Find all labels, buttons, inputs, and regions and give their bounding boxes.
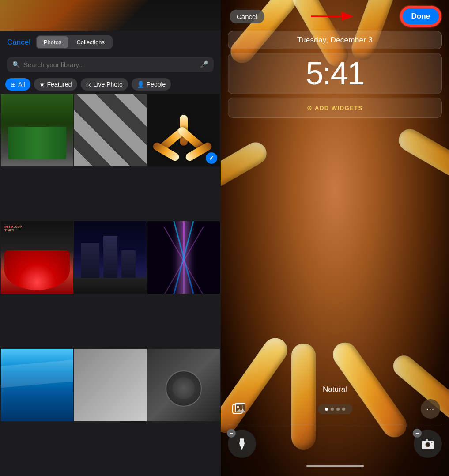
gallery-button[interactable] [230, 399, 249, 419]
date-text: Tuesday, December 3 [297, 36, 373, 44]
cancel-button-right[interactable]: Cancel [230, 10, 264, 23]
minus-badge-flashlight: − [227, 429, 236, 438]
spacer [228, 121, 442, 385]
gallery-icon-svg [232, 403, 246, 415]
divider [228, 424, 442, 424]
svg-point-10 [426, 443, 429, 446]
done-button[interactable]: Done [401, 7, 441, 26]
photo-cell-city-night[interactable] [74, 221, 147, 294]
filter-live-photo[interactable]: ◎ Live Photo [81, 78, 128, 91]
search-input[interactable] [23, 61, 196, 68]
photo-cell-speaker[interactable] [147, 349, 220, 421]
circle-dot-icon: ◎ [86, 81, 91, 88]
grid-icon: ⊞ [11, 81, 16, 88]
cancel-button[interactable]: Cancel [7, 38, 30, 47]
bottom-bar: Natural ··· [221, 385, 449, 476]
photo-cell-laser[interactable] [147, 221, 220, 294]
camera-group: − [414, 430, 442, 458]
home-indicator [306, 465, 364, 467]
plus-circle-icon: ⊕ [307, 104, 312, 111]
time-widget[interactable]: 5:41 [228, 53, 442, 94]
collections-tab[interactable]: Collections [69, 36, 112, 48]
photos-tab[interactable]: Photos [37, 36, 68, 48]
svg-point-4 [237, 406, 239, 408]
lock-screen-content: Tuesday, December 3 5:41 ⊕ ADD WIDGETS [221, 31, 449, 385]
filter-people[interactable]: 👤 People [132, 78, 171, 91]
time-text: 5:41 [235, 56, 434, 91]
search-icon: 🔍 [12, 61, 20, 68]
bottom-controls: ··· [228, 399, 442, 419]
more-icon: ··· [426, 404, 434, 414]
selected-check: ✓ [206, 152, 217, 164]
star-icon: ★ [39, 81, 45, 88]
photo-picker-panel: Cancel Photos Collections 🔍 🎤 ⊞ All ★ Fe… [0, 0, 221, 476]
flashlight-group: − [228, 430, 256, 458]
camera-button[interactable]: − [414, 430, 442, 458]
photo-cell-bw-x[interactable] [74, 94, 147, 166]
dot-4[interactable] [342, 408, 345, 411]
top-bar: Cancel Done [221, 0, 449, 31]
search-bar: 🔍 🎤 [7, 57, 214, 72]
style-label: Natural [323, 385, 347, 394]
photo-cell-ocean[interactable] [1, 349, 73, 421]
microphone-icon[interactable]: 🎤 [200, 60, 208, 68]
dot-3[interactable] [336, 408, 340, 411]
person-circle-icon: 👤 [137, 81, 144, 88]
dot-2[interactable] [331, 408, 334, 411]
svg-rect-7 [240, 438, 244, 440]
filter-all[interactable]: ⊞ All [5, 78, 30, 91]
photo-cell-candy-selected[interactable]: ✓ [147, 94, 220, 166]
photo-grid: ✓ INITIALCUPTIMES [0, 93, 221, 476]
minus-badge-camera: − [413, 429, 422, 438]
more-button[interactable]: ··· [421, 399, 440, 419]
nav-bar: Cancel Photos Collections [0, 31, 221, 53]
photo-cell-car-green[interactable] [1, 94, 73, 166]
filter-bar: ⊞ All ★ Featured ◎ Live Photo 👤 People [0, 76, 221, 93]
add-widgets-label: ADD WIDGETS [315, 105, 363, 111]
filter-featured[interactable]: ★ Featured [34, 78, 77, 91]
red-arrow-svg [306, 8, 359, 25]
flashlight-button[interactable]: − [228, 430, 256, 458]
photo-cell-grey-wall[interactable] [74, 349, 147, 421]
svg-marker-6 [239, 439, 245, 450]
lock-screen-preview: Cancel Done Tuesday, December 3 5:41 ⊕ A… [221, 0, 449, 476]
date-widget[interactable]: Tuesday, December 3 [228, 31, 442, 49]
svg-rect-11 [426, 439, 428, 441]
top-image-preview [0, 0, 221, 31]
camera-icon [421, 438, 434, 450]
style-dots [318, 404, 352, 414]
add-widgets-widget[interactable]: ⊕ ADD WIDGETS [228, 98, 442, 118]
dot-1[interactable] [325, 408, 328, 411]
flashlight-icon [236, 438, 248, 450]
svg-point-12 [431, 442, 433, 443]
photo-cell-cars-movie[interactable]: INITIALCUPTIMES [1, 221, 73, 294]
segment-control: Photos Collections [36, 35, 113, 49]
bottom-actions: − − [228, 430, 442, 458]
